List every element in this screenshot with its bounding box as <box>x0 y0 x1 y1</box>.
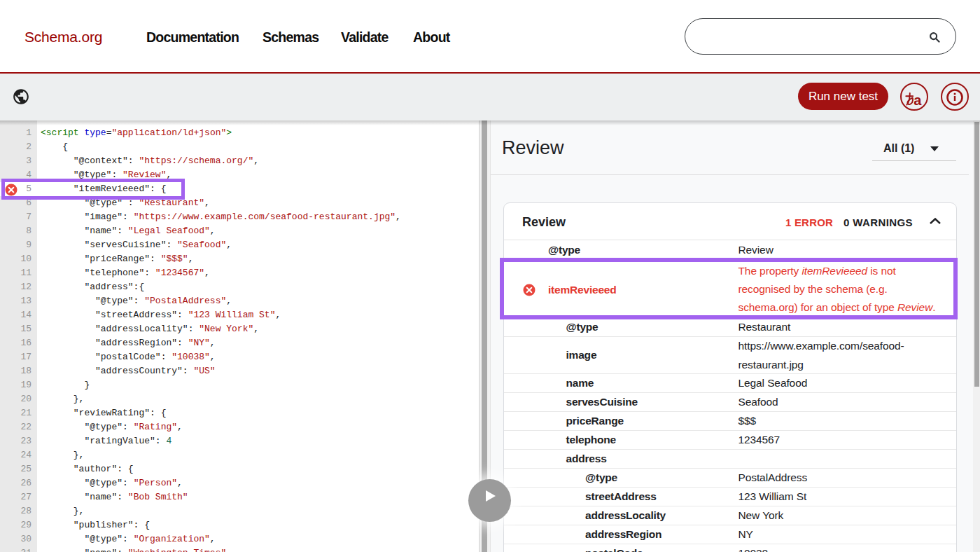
svg-text:a: a <box>913 92 922 108</box>
